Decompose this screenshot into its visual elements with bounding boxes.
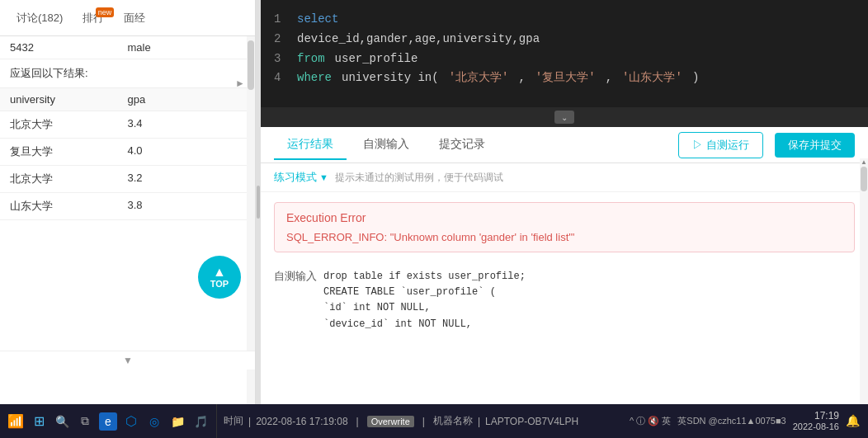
code-line-1: 1 select [274, 10, 855, 30]
code-line-4: 4 where university in('北京大学','复旦大学','山东大… [274, 68, 855, 88]
result-row-1: 复旦大学 4.0 [0, 139, 255, 166]
tab-self-input[interactable]: 自测输入 [350, 130, 422, 160]
data-row-top: 5432 male [0, 36, 255, 59]
clock-time: 17:19 [814, 410, 839, 422]
folder-icon[interactable]: 📁 [168, 412, 186, 431]
clock-date: 2022-08-16 [793, 422, 839, 432]
col-university: university [10, 93, 128, 106]
taskbar: 📶 ⊞ 🔍 ⧉ e ⬡ ◎ 📁 🎵 时间 | 2022-08-16 17:19:… [0, 404, 868, 438]
result-tabs-bar: 运行结果 自测输入 提交记录 ▷ 自测运行 保存并提交 [261, 127, 868, 163]
taskbar-time-info: 时间 | 2022-08-16 17:19:08 | Overwrite | 机… [217, 414, 585, 428]
error-title: Execution Error [286, 211, 842, 224]
code-line-2: 2 device_id,gander,age,university,gpa [274, 30, 855, 49]
result-label: 应返回以下结果: [0, 59, 255, 87]
scroll-up-arrow[interactable]: ▲ [860, 158, 868, 165]
task-view-icon[interactable]: ⧉ [76, 412, 94, 431]
left-scrollbar-thumb [248, 40, 254, 90]
machine-label: 机器名称 [433, 414, 473, 428]
expand-down-arrow[interactable]: ▼ [0, 351, 256, 370]
line-num-3: 3 [274, 49, 287, 69]
vscode-icon[interactable]: ⬡ [122, 412, 140, 431]
machine-value: LAPTOP-OB7V4LPH [485, 416, 578, 427]
taskbar-clock: 17:19 2022-08-16 [793, 410, 839, 433]
wifi-icon[interactable]: 📶 [7, 412, 25, 431]
down-arrow-icon: ▼ [123, 355, 133, 366]
time-label: 时间 [224, 414, 243, 428]
mode-description: 提示未通过的测试用例，便于代码调试 [335, 171, 503, 185]
tab-submit-history[interactable]: 提交记录 [426, 130, 498, 160]
self-test-run-button[interactable]: ▷ 自测运行 [678, 132, 763, 158]
left-scroll-area: 5432 male ► 应返回以下结果: university gpa 北京大学… [0, 36, 255, 404]
result-table-header: university gpa [0, 87, 255, 111]
bottom-panel: 运行结果 自测输入 提交记录 ▷ 自测运行 保存并提交 练习模式 ▼ 提示未通过… [261, 127, 868, 404]
result-row-0: 北京大学 3.4 [0, 111, 255, 139]
keyword-select: select [297, 10, 338, 30]
keyword-from: from [297, 49, 325, 69]
error-box: Execution Error SQL_ERROR_INFO: "Unknown… [274, 202, 855, 252]
code-fields: device_id,gander,age,university,gpa [297, 30, 540, 49]
error-message: SQL_ERROR_INFO: "Unknown column 'gander'… [286, 231, 842, 243]
time-value: 2022-08-16 17:19:08 [256, 416, 347, 427]
expand-right-arrow[interactable]: ► [235, 78, 245, 89]
bottom-right-scrollbar[interactable] [860, 165, 868, 403]
left-scrollbar[interactable] [247, 36, 255, 404]
taskbar-right: ^ ⓘ 🔇 英 英SDN @czhc11▲0075■3 17:19 2022-0… [621, 410, 868, 433]
result-row-3: 山东大学 3.8 [0, 193, 255, 220]
tab-run-result[interactable]: 运行结果 [274, 130, 347, 160]
mode-label[interactable]: 练习模式 ▼ [274, 170, 328, 185]
bottom-scrollbar-thumb [861, 167, 867, 191]
new-badge: new [96, 7, 115, 17]
taskbar-right-info: 英SDN @czhc11▲0075■3 [677, 415, 785, 427]
media-icon[interactable]: 🎵 [191, 412, 210, 431]
code-where-body: university in( [342, 68, 439, 88]
mode-dropdown-icon: ▼ [319, 172, 328, 182]
line-num-2: 2 [274, 30, 287, 49]
edge-icon[interactable]: ◎ [145, 412, 163, 431]
save-submit-button[interactable]: 保存并提交 [775, 133, 855, 158]
tab-bar: 讨论(182) 排行 new 面经 [0, 0, 255, 36]
taskbar-left: 📶 ⊞ 🔍 ⧉ e ⬡ ◎ 📁 🎵 [0, 404, 217, 438]
self-test-label: 自测输入 [274, 269, 317, 332]
start-icon[interactable]: ⊞ [30, 412, 48, 431]
code-line-3: 3 from user_profile [274, 49, 855, 69]
self-test-code: drop table if exists user_profile; CREAT… [323, 269, 526, 332]
divider-handle [257, 186, 260, 219]
left-panel: 讨论(182) 排行 new 面经 5432 male ► 应返回以下结果: u… [0, 0, 256, 404]
notification-icon[interactable]: 🔔 [846, 414, 860, 427]
code-table: user_profile [335, 49, 418, 69]
collapse-icon: ⌄ [554, 111, 574, 124]
tab-rank[interactable]: 排行 new [73, 2, 114, 34]
top-arrow-icon: ▲ [213, 266, 226, 279]
string-bj: '北京大学' [449, 68, 509, 88]
right-panel: 1 select 2 device_id,gander,age,universi… [261, 0, 868, 404]
search-icon[interactable]: 🔍 [53, 412, 71, 431]
cell-gender: male [128, 41, 246, 54]
scroll-up-icon: ▲ [861, 158, 867, 166]
collapse-button[interactable]: ⌄ [261, 107, 868, 127]
browser-icon[interactable]: e [99, 412, 117, 431]
overwrite-badge: Overwrite [367, 416, 414, 427]
self-test-section: 自测输入 drop table if exists user_profile; … [261, 262, 868, 339]
tab-interview[interactable]: 面经 [114, 2, 155, 34]
string-sd: '山东大学' [622, 68, 682, 88]
cell-id: 5432 [10, 41, 128, 54]
system-icons: ^ ⓘ 🔇 英 [630, 415, 671, 427]
keyword-where: where [297, 68, 332, 88]
line-num-4: 4 [274, 68, 287, 88]
top-button[interactable]: ▲ TOP [198, 256, 241, 299]
tab-discussion[interactable]: 讨论(182) [7, 2, 73, 34]
code-editor[interactable]: 1 select 2 device_id,gander,age,universi… [261, 0, 868, 107]
col-gpa: gpa [128, 93, 246, 106]
line-num-1: 1 [274, 10, 287, 30]
mode-bar: 练习模式 ▼ 提示未通过的测试用例，便于代码调试 [261, 163, 868, 192]
string-fd: '复旦大学' [535, 68, 596, 88]
result-row-2: 北京大学 3.2 [0, 166, 255, 193]
